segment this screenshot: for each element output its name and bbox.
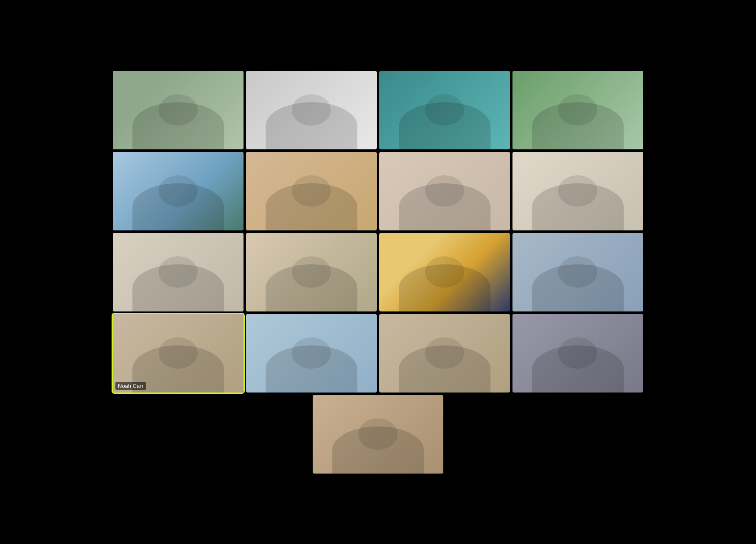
participant-cell-6[interactable] xyxy=(246,152,377,230)
participant-cell-3[interactable] xyxy=(379,71,510,149)
participant-video-4 xyxy=(512,71,643,149)
participant-cell-8[interactable] xyxy=(512,152,643,230)
participant-video-2 xyxy=(246,71,377,149)
participant-video-1 xyxy=(113,71,244,149)
participant-video-13 xyxy=(113,314,244,393)
participant-video-3 xyxy=(379,71,510,149)
video-row-2 xyxy=(111,152,645,230)
participant-video-8 xyxy=(512,152,643,230)
participant-video-10 xyxy=(246,233,377,311)
participant-cell-14[interactable] xyxy=(246,314,377,393)
participant-video-16 xyxy=(512,314,643,393)
participant-video-14 xyxy=(246,314,377,393)
participant-cell-15[interactable] xyxy=(379,314,510,393)
participant-cell-noah-carr[interactable]: Noah Carr xyxy=(113,314,244,393)
participant-video-12 xyxy=(512,233,643,311)
video-row-4: Noah Carr xyxy=(111,314,645,393)
video-row-3 xyxy=(111,233,645,311)
participant-cell-5[interactable] xyxy=(113,152,244,230)
participant-video-7 xyxy=(379,152,510,230)
participant-cell-11[interactable] xyxy=(379,233,510,311)
participant-cell-10[interactable] xyxy=(246,233,377,311)
participant-cell-9[interactable] xyxy=(113,233,244,311)
participant-video-11 xyxy=(379,233,510,311)
participant-video-6 xyxy=(246,152,377,230)
participant-cell-2[interactable] xyxy=(246,71,377,149)
participant-cell-16[interactable] xyxy=(512,314,643,393)
video-grid: Noah Carr xyxy=(111,64,645,480)
participant-video-9 xyxy=(113,233,244,311)
video-row-1 xyxy=(111,71,645,149)
participant-video-5 xyxy=(113,152,244,230)
participant-cell-1[interactable] xyxy=(113,71,244,149)
participant-video-17 xyxy=(313,395,443,474)
participant-cell-12[interactable] xyxy=(512,233,643,311)
participant-cell-17[interactable] xyxy=(313,395,443,474)
video-row-5 xyxy=(111,395,645,474)
participant-name-label: Noah Carr xyxy=(115,382,146,390)
participant-video-15 xyxy=(379,314,510,393)
participant-cell-7[interactable] xyxy=(379,152,510,230)
participant-cell-4[interactable] xyxy=(512,71,643,149)
